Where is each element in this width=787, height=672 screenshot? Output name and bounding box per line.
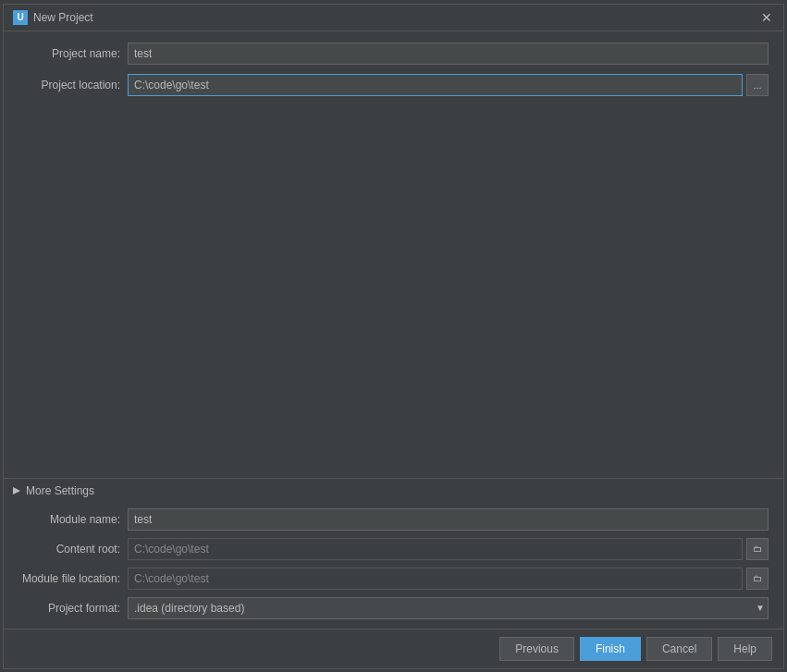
project-format-label: Project format:	[18, 602, 120, 615]
module-file-location-group: 🗀	[128, 568, 769, 590]
project-location-group: ...	[128, 74, 769, 96]
title-bar-left: U New Project	[13, 10, 93, 25]
module-file-location-input	[128, 568, 743, 590]
dialog-content: Project name: Project location: ...	[4, 31, 783, 478]
module-name-label: Module name:	[18, 513, 120, 526]
more-settings-header[interactable]: More Settings	[4, 479, 783, 503]
help-button[interactable]: Help	[718, 637, 772, 661]
app-icon: U	[13, 10, 28, 25]
content-root-group: 🗀	[128, 538, 769, 560]
content-root-label: Content root:	[18, 543, 120, 556]
more-settings-label: More Settings	[26, 484, 94, 497]
close-button[interactable]: ✕	[759, 10, 774, 25]
content-root-row: Content root: 🗀	[18, 538, 769, 560]
collapse-triangle-icon	[13, 487, 20, 495]
module-name-row: Module name:	[18, 508, 769, 531]
previous-button[interactable]: Previous	[499, 637, 574, 661]
module-file-location-label: Module file location:	[18, 572, 120, 585]
project-name-row: Project name:	[18, 43, 769, 65]
bottom-bar: Previous Finish Cancel Help	[4, 629, 783, 668]
project-format-wrapper: .idea (directory based) Eclipse (.classp…	[128, 597, 769, 619]
svg-marker-0	[13, 487, 20, 495]
project-name-label: Project name:	[18, 47, 120, 60]
project-location-input[interactable]	[128, 74, 743, 96]
project-name-input[interactable]	[128, 43, 769, 65]
project-location-browse-button[interactable]: ...	[746, 74, 769, 96]
content-root-input	[128, 538, 743, 560]
title-bar: U New Project ✕	[4, 5, 783, 31]
project-format-row: Project format: .idea (directory based) …	[18, 597, 769, 619]
more-settings-content: Module name: Content root: 🗀 Module file…	[4, 503, 783, 629]
module-name-input[interactable]	[128, 508, 769, 531]
cancel-button[interactable]: Cancel	[646, 637, 712, 661]
new-project-dialog: U New Project ✕ Project name: Project lo…	[3, 4, 784, 669]
content-root-browse-button[interactable]: 🗀	[746, 538, 769, 560]
project-format-select[interactable]: .idea (directory based) Eclipse (.classp…	[128, 597, 769, 619]
module-file-location-row: Module file location: 🗀	[18, 568, 769, 590]
more-settings-section: More Settings Module name: Content root:…	[4, 478, 783, 629]
project-location-label: Project location:	[18, 79, 120, 92]
module-file-location-browse-button[interactable]: 🗀	[746, 568, 769, 590]
content-spacer	[18, 105, 769, 467]
dialog-title: New Project	[33, 11, 93, 24]
project-location-row: Project location: ...	[18, 74, 769, 96]
finish-button[interactable]: Finish	[580, 637, 641, 661]
